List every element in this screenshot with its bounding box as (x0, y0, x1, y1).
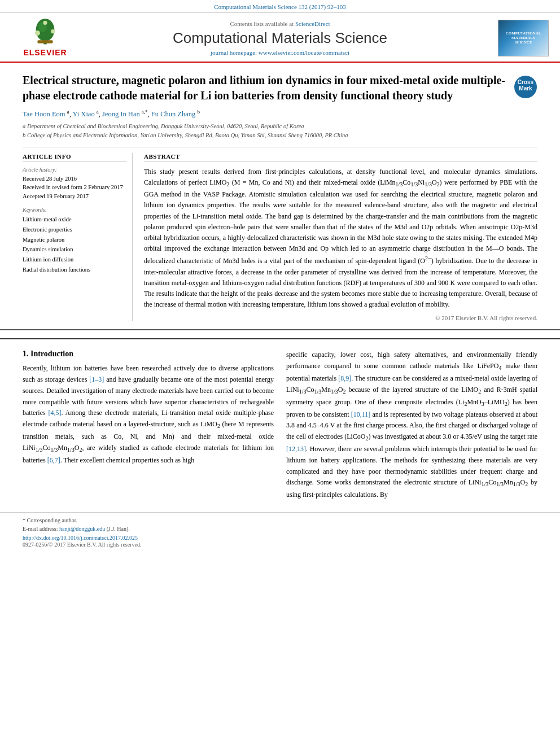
keyword-5: Lithium ion diffusion (23, 255, 126, 265)
article-info-heading: ARTICLE INFO (23, 153, 126, 162)
journal-header: ELSEVIER Contents lists available at Sci… (0, 13, 560, 63)
affiliation-b: b College of Physics and Electronic Info… (23, 131, 537, 140)
top-bar: Computational Materials Science 132 (201… (0, 0, 560, 13)
main-divider (0, 329, 560, 330)
body-two-col: 1. Introduction Recently, lithium ion ba… (23, 350, 537, 501)
abstract-column: ABSTRACT This study present results deri… (144, 153, 537, 322)
homepage-url[interactable]: www.elsevier.com/locate/commatsci (259, 49, 349, 56)
ref-8-9[interactable]: [8,9] (338, 374, 351, 382)
main-content: 1. Introduction Recently, lithium ion ba… (0, 338, 560, 506)
keyword-4: Dynamics simulation (23, 244, 126, 255)
author-fu: Fu Chun Zhang (151, 110, 195, 118)
keywords-label: Keywords: (23, 207, 126, 213)
journal-homepage: journal homepage: www.elsevier.com/locat… (90, 49, 470, 56)
keyword-6: Radial distribution functions (23, 265, 126, 275)
body-col-left: 1. Introduction Recently, lithium ion ba… (23, 350, 274, 501)
article-info-column: ARTICLE INFO Article history: Received 2… (23, 153, 133, 322)
received-date: Received 28 July 2016 (23, 174, 126, 184)
accepted-date: Accepted 19 February 2017 (23, 192, 126, 201)
svg-point-3 (35, 30, 40, 36)
article-title-block: Electrical structure, magnetic polaron a… (23, 73, 537, 103)
doi-line[interactable]: http://dx.doi.org/10.1016/j.commatsci.20… (23, 535, 537, 541)
author-yi: Yi Xiao (72, 110, 94, 118)
email-link[interactable]: hanji@dongguk.edu (59, 526, 105, 532)
ref-12-13[interactable]: [12,13] (286, 445, 306, 453)
journal-cover-section: COMPUTATIONAL MATERIALS SCIENCE (481, 20, 549, 56)
issn-line: 0927-0256/© 2017 Elsevier B.V. All right… (23, 541, 537, 548)
elsevier-name: ELSEVIER (23, 48, 67, 57)
journal-citation: Computational Materials Science 132 (201… (214, 3, 346, 10)
copyright-line: © 2017 Elsevier B.V. All rights reserved… (144, 314, 537, 321)
elsevier-logo-section: ELSEVIER (11, 19, 79, 57)
affiliations: a Department of Chemical and Biochemical… (23, 122, 537, 140)
article-info-abstract-section: ARTICLE INFO Article history: Received 2… (23, 153, 537, 322)
svg-point-4 (51, 29, 55, 33)
authors-line: Tae Hoon Eom a, Yi Xiao a, Jeong In Han … (23, 109, 537, 119)
article-history: Article history: Received 28 July 2016 R… (23, 167, 126, 201)
intro-section-title: 1. Introduction (23, 350, 274, 359)
email-note: E-mail address: hanji@dongguk.edu (J.J. … (23, 525, 537, 533)
author-jeong: Jeong In Han (102, 110, 140, 118)
svg-text:Mark: Mark (519, 85, 532, 91)
svg-text:Cross: Cross (518, 79, 534, 85)
body-col-right: specific capacity, lower cost, high safe… (286, 350, 537, 501)
journal-cover-image: COMPUTATIONAL MATERIALS SCIENCE (498, 20, 549, 56)
article-section: Electrical structure, magnetic polaron a… (0, 63, 560, 321)
svg-rect-6 (37, 40, 53, 43)
keyword-3: Magnetic polaron (23, 235, 126, 245)
ref-6-7[interactable]: [6,7] (47, 456, 60, 464)
journal-title: Computational Materials Science (90, 29, 470, 47)
keyword-2: Electronic properties (23, 225, 126, 235)
footnote-section: * Corresponding author. E-mail address: … (0, 512, 560, 548)
intro-text-left: Recently, lithium ion batteries have bee… (23, 363, 274, 466)
divider (23, 147, 537, 147)
intro-text-right: specific capacity, lower cost, high safe… (286, 350, 537, 501)
history-label: Article history: (23, 167, 126, 173)
svg-point-5 (43, 21, 47, 25)
ref-4-5[interactable]: [4,5] (48, 409, 61, 417)
author-tae: Tae Hoon Eom (23, 110, 65, 118)
journal-info-center: Contents lists available at ScienceDirec… (79, 20, 481, 56)
article-title: Electrical structure, magnetic polaron a… (23, 73, 514, 103)
sciencedirect-line: Contents lists available at ScienceDirec… (90, 20, 470, 27)
keywords-list: Lithium-metal oxide Electronic propertie… (23, 215, 126, 275)
corresponding-author-note: * Corresponding author. (23, 516, 537, 525)
ref-1-3[interactable]: [1–3] (89, 375, 104, 383)
keywords-section: Keywords: Lithium-metal oxide Electronic… (23, 207, 126, 275)
keyword-1: Lithium-metal oxide (23, 215, 126, 225)
ref-10-11[interactable]: [10,11] (351, 410, 371, 418)
sciencedirect-link[interactable]: ScienceDirect (295, 20, 330, 27)
abstract-text: This study present results derived from … (144, 167, 537, 311)
elsevier-tree-icon (23, 19, 68, 47)
abstract-heading: ABSTRACT (144, 153, 537, 162)
crossmark-icon: Cross Mark (514, 75, 537, 99)
received-revised-date: Received in revised form 2 February 2017 (23, 183, 126, 192)
affiliation-a: a Department of Chemical and Biochemical… (23, 122, 537, 131)
